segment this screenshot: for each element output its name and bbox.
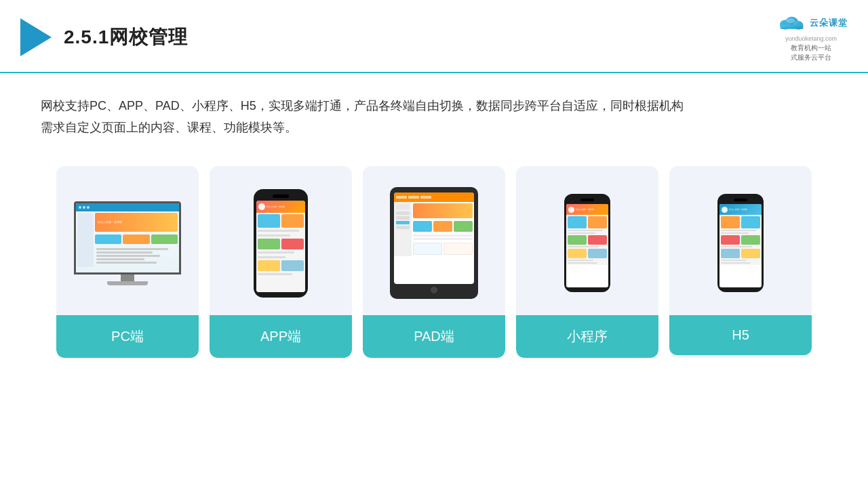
pad-card: PAD端 — [363, 166, 505, 358]
header: 2.5.1网校管理 云朵课堂 yunduoketang.com 教育机构 — [0, 0, 868, 73]
header-left: 2.5.1网校管理 — [20, 18, 188, 56]
platform-cards: 职达人的第一堂网课 — [0, 146, 868, 385]
brand-name: 云朵课堂 — [810, 17, 848, 29]
phone-screen: 职达人的第一堂网课 — [256, 201, 305, 292]
pc-image-area: 职达人的第一堂网课 — [56, 166, 199, 315]
brand-logo: 云朵课堂 yunduoketang.com 教育机构一站 式服务云平台 — [774, 12, 848, 62]
pc-monitor-icon: 职达人的第一堂网课 — [74, 201, 181, 285]
pc-card: 职达人的第一堂网课 — [56, 166, 199, 358]
pc-label: PC端 — [56, 315, 199, 358]
miniprogram-card: 职达人的第一堂网课 — [516, 166, 658, 358]
brand-icon-area: 云朵课堂 — [774, 12, 848, 34]
h5-card: 职达人的第一堂网课 — [669, 166, 812, 358]
phone-notch — [273, 195, 289, 198]
h5-phone-screen: 职达人的第一堂网课 — [719, 204, 762, 287]
description-text: 网校支持PC、APP、PAD、小程序、H5，实现多端打通，产品各终端自由切换，数… — [0, 73, 868, 146]
brand-url: yunduoketang.com — [785, 35, 837, 42]
h5-phone-notch — [734, 199, 747, 201]
miniprogram-phone-icon: 职达人的第一堂网课 — [564, 194, 610, 292]
page-title: 2.5.1网校管理 — [64, 24, 188, 50]
mini-phone-notch — [580, 199, 594, 201]
logo-triangle-icon — [20, 18, 52, 56]
h5-phone-icon: 职达人的第一堂网课 — [717, 194, 764, 292]
h5-label: H5 — [669, 315, 812, 355]
miniprogram-label: 小程序 — [516, 315, 658, 358]
app-image-area: 职达人的第一堂网课 — [210, 166, 352, 315]
svg-point-4 — [787, 19, 795, 23]
app-phone-icon: 职达人的第一堂网课 — [254, 189, 308, 298]
pad-image-area — [363, 166, 505, 315]
cloud-icon — [774, 12, 807, 34]
mini-phone-screen: 职达人的第一堂网课 — [566, 204, 608, 287]
pad-tablet-icon — [390, 187, 478, 299]
brand-tagline: 教育机构一站 式服务云平台 — [791, 43, 831, 62]
h5-image-area: 职达人的第一堂网课 — [669, 166, 812, 315]
svg-rect-3 — [781, 24, 804, 28]
miniprogram-image-area: 职达人的第一堂网课 — [516, 166, 658, 315]
app-label: APP端 — [210, 315, 352, 358]
app-card: 职达人的第一堂网课 — [210, 166, 352, 358]
pad-label: PAD端 — [363, 315, 505, 358]
